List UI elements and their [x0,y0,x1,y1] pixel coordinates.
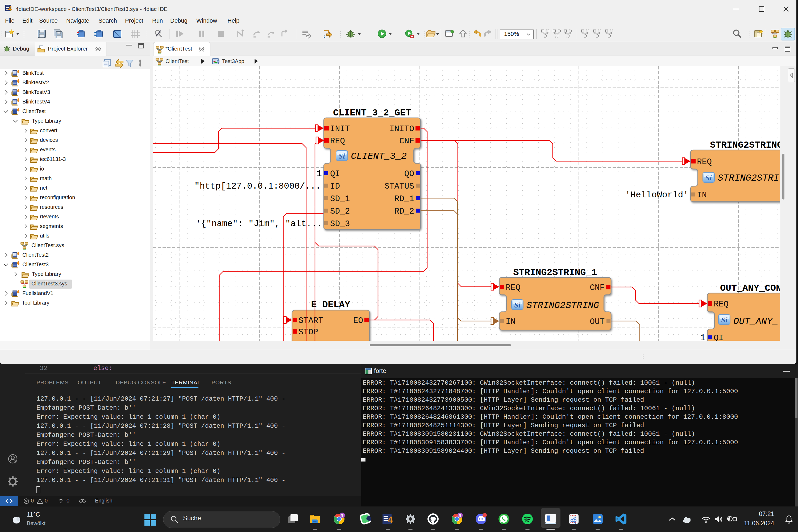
svg-text:QI: QI [330,169,340,178]
svg-text:4: 4 [17,70,19,74]
svg-text:Si: Si [514,301,520,309]
svg-text:OUT_ANY_: OUT_ANY_ [733,316,778,327]
svg-text:START: START [299,316,323,325]
svg-text:RD_2: RD_2 [395,207,414,216]
svg-text:Si: Si [721,316,727,324]
svg-text:4: 4 [17,251,19,256]
svg-text:OUT: OUT [590,317,605,326]
svg-text:4: 4 [17,261,19,266]
svg-text:CNF: CNF [399,136,414,146]
svg-text:'HelloWorld': 'HelloWorld' [625,190,688,200]
svg-text:'{"name": "Jim", "alt...: '{"name": "Jim", "alt... [196,219,322,229]
svg-text:SD_3: SD_3 [330,219,350,228]
svg-text:1: 1 [700,333,705,341]
svg-text:STRING2STRING: STRING2STRING [710,140,780,151]
svg-text:STRING2STRING: STRING2STRING [527,300,599,311]
svg-text:INITO: INITO [390,124,414,134]
svg-text:IN: IN [506,317,515,326]
svg-text:REQ: REQ [330,136,345,146]
svg-text:EO: EO [353,316,363,325]
svg-text:4: 4 [17,89,19,93]
svg-text:4: 4 [388,514,393,525]
svg-text:4: 4 [17,290,19,294]
svg-text:SD_1: SD_1 [330,194,350,204]
svg-text:4: 4 [17,108,19,113]
svg-text:1: 1 [317,169,322,179]
svg-text:4: 4 [8,4,12,12]
svg-text:SD_2: SD_2 [330,207,350,216]
svg-text:QI: QI [714,333,723,341]
svg-text:ID: ID [330,182,340,191]
svg-text:4: 4 [17,98,19,103]
svg-text:4: 4 [17,79,19,84]
svg-text:STRING2STRI: STRING2STRI [718,173,779,184]
svg-text:IN: IN [697,190,707,200]
svg-text:REQ: REQ [506,283,520,292]
svg-text:STOP: STOP [299,327,318,337]
svg-text:STRING2STRING_1: STRING2STRING_1 [513,267,597,278]
svg-text:RD_1: RD_1 [395,194,414,204]
svg-text:CLIENT_3_2: CLIENT_3_2 [351,151,407,162]
svg-text:Si: Si [705,174,712,182]
svg-text:E_DELAY: E_DELAY [311,300,350,310]
svg-text:CNF: CNF [590,283,605,292]
svg-text:CLIENT_3_2_GET: CLIENT_3_2_GET [333,108,411,118]
svg-text:REQ: REQ [697,157,712,167]
svg-text:REQ: REQ [714,300,728,309]
svg-text:Si: Si [339,152,345,160]
svg-text:STATUS: STATUS [384,182,414,191]
svg-text:INIT: INIT [330,124,350,134]
svg-text:"http[127.0.0.1:8000/...: "http[127.0.0.1:8000/... [194,182,321,191]
svg-text:OUT_ANY_CON: OUT_ANY_CON [720,283,780,294]
svg-text:QO: QO [404,169,414,178]
